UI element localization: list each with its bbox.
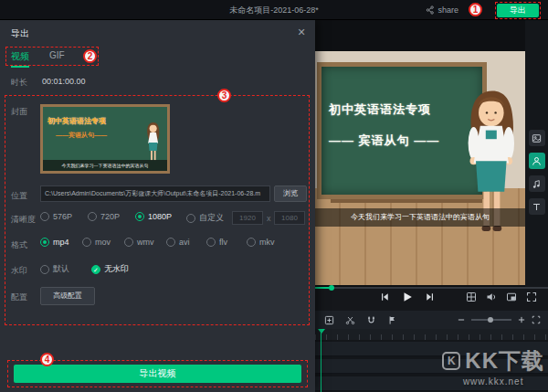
custom-width-input[interactable]: 1920: [232, 211, 263, 225]
format-option-mp4[interactable]: mp4: [40, 238, 69, 247]
option-label: 无水印: [104, 263, 129, 275]
timeline-zoom-slider[interactable]: [471, 319, 511, 321]
resolution-option-1080p[interactable]: 1080P: [135, 212, 172, 221]
format-option-avi[interactable]: avi: [166, 238, 190, 247]
character-icon[interactable]: [529, 153, 545, 169]
duration-label: 时长: [11, 77, 27, 89]
radio-icon: [40, 265, 49, 274]
text-icon[interactable]: [529, 198, 545, 215]
output-path-input[interactable]: C:\Users\Admin\Documents\万彩微课大师\Output\未…: [40, 185, 270, 202]
magnet-icon[interactable]: [366, 315, 376, 325]
format-option-wmv[interactable]: wmv: [124, 238, 154, 247]
export-dialog: 导出 ✕ 视频 GIF 2 时长 00:01:00.00 3 封面 初中英语语法…: [0, 20, 315, 392]
resolution-label: 清晰度: [11, 214, 36, 226]
share-button[interactable]: share: [426, 5, 458, 15]
skip-end-icon[interactable]: [425, 291, 436, 302]
timeline-area: [315, 329, 548, 392]
close-icon[interactable]: ✕: [294, 25, 309, 39]
radio-icon: [166, 238, 175, 247]
split-icon[interactable]: [345, 315, 355, 325]
playback-bar: [315, 287, 548, 311]
fullscreen-icon[interactable]: [526, 291, 537, 302]
tab-video[interactable]: 视频: [11, 50, 29, 68]
option-label: wmv: [137, 238, 154, 247]
annotation-step-3: 3: [217, 89, 231, 102]
annotation-step-2: 2: [83, 49, 97, 63]
seek-progress: [315, 287, 329, 289]
export-button[interactable]: 导出: [497, 4, 539, 17]
config-label: 配置: [11, 291, 27, 303]
radio-icon: [206, 238, 216, 247]
scene-icon[interactable]: [529, 130, 545, 146]
radio-icon: [40, 212, 49, 221]
radio-icon: [247, 238, 256, 247]
app-window: 未命名项目-2021-06-28* share 导出 1 导出 ✕ 视频 GIF…: [0, 0, 548, 392]
mini-player-icon[interactable]: [506, 291, 517, 302]
board-title-text: 初中英语语法专项: [329, 101, 431, 118]
watermark-option-none[interactable]: 无水印: [91, 263, 129, 275]
seek-handle[interactable]: [329, 285, 334, 291]
radio-check-icon: [91, 265, 100, 274]
volume-icon[interactable]: [486, 291, 497, 302]
advanced-config-button[interactable]: 高级配置: [40, 287, 95, 305]
export-video-button[interactable]: 导出视频: [14, 365, 301, 383]
resolution-option-custom[interactable]: 自定义: [186, 212, 224, 224]
resolution-option-576p[interactable]: 576P: [40, 212, 72, 221]
option-label: 720P: [100, 212, 120, 221]
dialog-title: 导出: [11, 27, 29, 40]
playhead[interactable]: [321, 329, 321, 392]
option-label: mp4: [53, 238, 69, 247]
storyboard-icon[interactable]: [466, 291, 477, 302]
zoom-slider-handle[interactable]: [488, 317, 493, 323]
timeline-track[interactable]: [315, 342, 548, 356]
export-highlight-box: 导出: [495, 2, 541, 19]
times-separator: x: [267, 214, 271, 223]
share-icon: [426, 5, 435, 15]
radio-icon: [186, 214, 195, 223]
titlebar: 未命名项目-2021-06-28* share 导出: [0, 0, 548, 20]
timeline-track[interactable]: [315, 359, 548, 374]
fit-timeline-icon[interactable]: [532, 315, 541, 324]
add-scene-icon[interactable]: [324, 315, 334, 325]
share-label: share: [437, 5, 458, 15]
skip-start-icon[interactable]: [379, 291, 390, 302]
cover-thumbnail[interactable]: 初中英语语法专项 ——宾语从句—— 今天我们来学习一下英语语法中的宾语从句: [40, 104, 170, 174]
format-label: 格式: [11, 239, 27, 251]
format-option-mkv[interactable]: mkv: [247, 238, 275, 247]
stage-canvas[interactable]: 初中英语语法专项 —— 宾语从句 ——: [315, 51, 525, 285]
zoom-out-icon[interactable]: [457, 315, 466, 324]
watermark-option-default[interactable]: 默认: [40, 263, 69, 275]
play-icon[interactable]: [401, 291, 414, 303]
option-label: avi: [179, 238, 190, 247]
seek-bar[interactable]: [315, 287, 548, 289]
zoom-in-icon[interactable]: [517, 315, 526, 324]
option-label: 1080P: [148, 212, 172, 221]
tab-gif[interactable]: GIF: [49, 50, 65, 63]
custom-height-input[interactable]: 1080: [274, 211, 305, 225]
music-icon[interactable]: [529, 175, 545, 192]
browse-button[interactable]: 浏览: [274, 185, 307, 202]
marker-icon[interactable]: [387, 315, 397, 325]
resolution-option-720p[interactable]: 720P: [88, 212, 120, 221]
thumbnail-character: [142, 120, 165, 164]
timeline-ruler[interactable]: [315, 329, 548, 340]
duration-value: 00:01:00.00: [42, 77, 86, 86]
watermark-label: 水印: [11, 265, 27, 277]
location-label: 位置: [11, 190, 27, 202]
option-label: 576P: [53, 212, 72, 221]
radio-icon: [124, 238, 133, 247]
timeline-track[interactable]: [315, 376, 548, 391]
right-toolbar: [525, 20, 548, 287]
radio-icon: [135, 212, 144, 221]
option-label: flv: [219, 238, 227, 247]
thumbnail-subtitle: ——宾语从句——: [56, 131, 107, 140]
timeline-toolbar: [315, 311, 548, 329]
format-option-mov[interactable]: mov: [82, 238, 111, 247]
option-label: 默认: [53, 263, 69, 275]
radio-icon: [40, 238, 49, 247]
annotation-step-4: 4: [40, 353, 54, 366]
thumbnail-title: 初中英语语法专项: [47, 116, 106, 126]
option-label: mov: [95, 238, 111, 247]
format-option-flv[interactable]: flv: [206, 238, 227, 247]
radio-icon: [88, 212, 97, 221]
